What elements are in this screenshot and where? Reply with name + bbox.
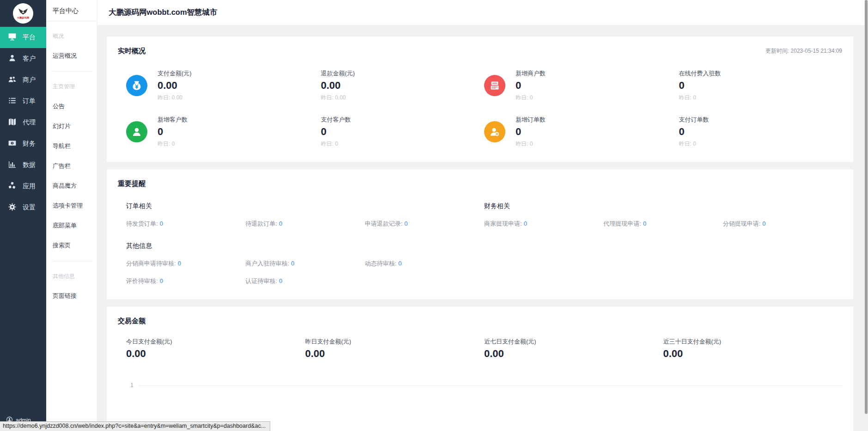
content-area: 实时概况 更新时间: 2023-05-15 21:34:09 支付金额(元): [97, 25, 868, 431]
trade-amount-card: 交易金额 今日支付金额(元) 0.00 昨日支付金额(元) 0.00 近: [107, 307, 853, 431]
reminder-moments-review[interactable]: 动态待审核:0: [365, 259, 484, 268]
bar-chart-icon: [8, 160, 17, 170]
nav-item-customers[interactable]: 客户: [0, 48, 46, 69]
apps-icon: [8, 181, 17, 191]
stat-group-order: 新增订单数 0 昨日: 0 支付订单数 0 昨日: 0: [484, 116, 842, 148]
submenu-group-homepage: 主页管理: [53, 83, 92, 91]
submenu-item-page-links[interactable]: 页面链接: [53, 292, 92, 300]
y-axis-tick: 1: [126, 382, 134, 388]
stat-pay-amount: 支付金额(元) 0.00 昨日: 0.00: [158, 69, 321, 102]
page-scrollbar[interactable]: [864, 0, 868, 431]
nav-item-label: 设置: [23, 203, 36, 212]
nav-item-data[interactable]: 数据: [0, 154, 46, 176]
stat-paid-orders: 支付订单数 0 昨日: 0: [679, 116, 843, 148]
nav-item-finance[interactable]: 财务: [0, 133, 46, 154]
reminder-pending-refund-orders[interactable]: 待退款订单:0: [245, 220, 364, 228]
nav-item-agents[interactable]: 代理: [0, 112, 46, 133]
page-header: 大鹏源码网wobbt.com智慧城市: [97, 0, 868, 25]
reminder-agent-withdrawals[interactable]: 代理提现申请:0: [603, 220, 722, 228]
submenu-item-bottom-menu[interactable]: 底部菜单: [53, 222, 92, 230]
divider: [53, 261, 92, 261]
card-title: 交易金额: [118, 317, 146, 326]
submenu-group-overview: 概况: [53, 32, 92, 40]
nav-item-label: 应用: [23, 182, 36, 191]
secondary-sidebar: 平台中心 概况 运营概况 主页管理 公告 幻灯片 导航栏 广告栏 商品魔方 选项…: [46, 0, 97, 431]
reminder-section-finance: 财务相关: [484, 202, 842, 210]
nav-item-label: 商户: [23, 76, 36, 84]
status-url: https://demo6.ynjdzzd008.cn/web/index.ph…: [0, 421, 270, 431]
reminder-refund-requests[interactable]: 申请退款记录:0: [365, 220, 484, 228]
primary-nav: 平台 客户 商户 订单: [0, 27, 46, 218]
reminder-pending-shipments[interactable]: 待发货订单:0: [126, 220, 245, 228]
shop-icon: [484, 75, 505, 96]
card-title: 重要提醒: [118, 179, 146, 188]
reminder-section-other: 其他信息: [126, 242, 842, 250]
trade-chart: 1: [126, 382, 842, 388]
moneybag-icon: [126, 75, 147, 96]
stat-7day-payment: 近七日支付金额(元) 0.00: [484, 338, 663, 360]
reminders-card: 重要提醒 订单相关 财务相关 待发货订单:0 待退款订单:0 申请退款记录:0 …: [107, 169, 853, 299]
scrollbar-thumb[interactable]: [865, 0, 868, 414]
chart-gridline: [139, 385, 842, 386]
nav-item-label: 平台: [23, 33, 36, 42]
reminder-distributor-withdrawals[interactable]: 分销提现申请:0: [723, 220, 842, 228]
reminder-merchant-withdrawals[interactable]: 商家提现申请:0: [484, 220, 603, 228]
submenu-item-search-page[interactable]: 搜索页: [53, 241, 92, 250]
gear-icon: [8, 203, 17, 213]
stat-today-payment: 今日支付金额(元) 0.00: [126, 338, 305, 360]
submenu-group-other: 其他信息: [53, 272, 92, 280]
stat-group-payment: 支付金额(元) 0.00 昨日: 0.00 退款金额(元) 0.00 昨日: 0…: [126, 69, 484, 102]
banknote-icon: [8, 139, 17, 149]
logo-text: 大鹏源码网: [17, 16, 30, 19]
users-icon: [8, 75, 17, 85]
person-plus-icon: [484, 121, 505, 142]
page-title: 大鹏源码网wobbt.com智慧城市: [109, 7, 218, 18]
reminder-merchant-entry-review[interactable]: 商户入驻待审核:0: [245, 259, 364, 268]
reminder-section-orders: 订单相关: [126, 202, 484, 210]
stat-paying-customers: 支付客户数 0 昨日: 0: [321, 116, 485, 148]
submenu-item-ad-bar[interactable]: 广告栏: [53, 162, 92, 170]
nav-item-label: 订单: [23, 97, 36, 105]
monitor-icon: [8, 32, 17, 43]
eagle-logo-icon: [18, 8, 28, 16]
primary-sidebar: 大鹏源码网 平台 客户 商户: [0, 0, 46, 431]
app-root: 大鹏源码网 平台 客户 商户: [0, 0, 868, 431]
nav-item-platform[interactable]: 平台: [0, 27, 46, 48]
submenu-item-operations-overview[interactable]: 运营概况: [53, 52, 92, 60]
stat-30day-payment: 近三十日支付金额(元) 0.00: [663, 338, 843, 360]
submenu-item-goods-cube[interactable]: 商品魔方: [53, 182, 92, 190]
submenu-title: 平台中心: [46, 0, 97, 21]
nav-item-label: 财务: [23, 140, 36, 148]
stat-new-orders: 新增订单数 0 昨日: 0: [516, 116, 679, 148]
stat-refund-amount: 退款金额(元) 0.00 昨日: 0.00: [321, 69, 485, 102]
user-icon: [8, 54, 17, 64]
list-icon: [8, 96, 17, 106]
stat-yesterday-payment: 昨日支付金额(元) 0.00: [305, 338, 485, 360]
divider: [53, 71, 92, 72]
nav-item-label: 数据: [23, 161, 36, 169]
submenu-item-announcement[interactable]: 公告: [53, 102, 92, 111]
reminder-certification-review[interactable]: 认证待审核:0: [245, 277, 364, 285]
reminder-comments-review[interactable]: 评价待审核:0: [126, 277, 245, 285]
submenu-item-slideshow[interactable]: 幻灯片: [53, 122, 92, 130]
map-icon: [8, 117, 17, 128]
stat-group-customer: 新增客户数 0 昨日: 0 支付客户数 0 昨日: 0: [126, 116, 484, 148]
update-time: 更新时间: 2023-05-15 21:34:09: [765, 47, 842, 55]
submenu-item-tabs-manage[interactable]: 选项卡管理: [53, 202, 92, 210]
stat-group-merchant: 新增商户数 0 昨日: 0 在线付费入驻数 0 昨日: 0: [484, 69, 842, 102]
nav-item-settings[interactable]: 设置: [0, 197, 46, 218]
submenu-item-navbar[interactable]: 导航栏: [53, 142, 92, 150]
logo: 大鹏源码网: [0, 0, 46, 27]
stat-new-merchants: 新增商户数 0 昨日: 0: [516, 69, 679, 102]
stat-new-customers: 新增客户数 0 昨日: 0: [158, 116, 321, 148]
realtime-overview-card: 实时概况 更新时间: 2023-05-15 21:34:09 支付金额(元): [107, 37, 853, 162]
nav-item-merchants[interactable]: 商户: [0, 69, 46, 91]
nav-item-apps[interactable]: 应用: [0, 176, 46, 197]
reminder-distributor-applications[interactable]: 分销商申请待审核:0: [126, 259, 245, 268]
nav-item-orders[interactable]: 订单: [0, 91, 46, 112]
person-icon: [126, 121, 147, 142]
stat-paid-entries: 在线付费入驻数 0 昨日: 0: [679, 69, 843, 102]
nav-item-label: 客户: [23, 55, 36, 63]
nav-item-label: 代理: [23, 118, 36, 127]
logo-badge: 大鹏源码网: [13, 3, 33, 24]
